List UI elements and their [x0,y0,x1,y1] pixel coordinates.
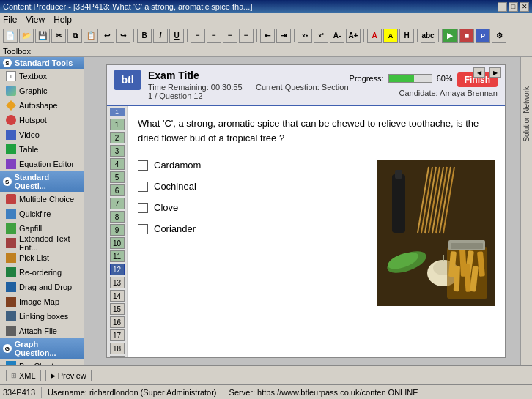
q-btn-4[interactable]: 4 [110,158,125,170]
q-btn-15[interactable]: 15 [110,303,125,315]
color-button[interactable]: A [367,29,382,43]
indent-button[interactable]: ⇥ [276,29,291,43]
font-up-button[interactable]: A+ [346,29,361,43]
align-center-button[interactable]: ≡ [207,29,221,43]
new-button[interactable]: 📄 [3,29,18,43]
q-btn-1[interactable]: 1 [110,119,125,130]
q-btn-6[interactable]: 6 [110,184,125,196]
sidebar-item-reorder-label: Re-ordering [19,268,62,277]
sidebar-item-imagemap[interactable]: Image Map [0,294,84,309]
sidebar-item-graphic-label: Graphic [19,86,48,95]
preview-label: Preview [58,371,86,380]
q-btn-14[interactable]: 14 [110,290,125,302]
bold-button[interactable]: B [137,29,152,43]
status-sep2 [223,387,223,398]
italic-button[interactable]: I [153,29,168,43]
save-button[interactable]: 💾 [35,29,50,43]
sidebar-item-bar[interactable]: Bar Chart [0,359,84,365]
q-btn-2[interactable]: 2 [110,132,125,143]
equation-icon [6,159,16,169]
section-1-nav: 1 1 2 3 4 5 6 7 8 9 10 11 12 13 14 15 16 [107,106,127,357]
font-down-button[interactable]: A- [330,29,344,43]
sidebar-item-quickfire[interactable]: Quickfire [0,206,84,221]
sidebar-item-mc-label: Multiple Choice [19,195,74,204]
sidebar-item-dnd[interactable]: Drag and Drop [0,280,84,294]
minimize-button[interactable]: – [498,2,507,12]
q-btn-7[interactable]: 7 [110,198,125,209]
svg-rect-1 [392,174,405,233]
q-btn-8[interactable]: 8 [110,211,125,223]
option-cardamom-checkbox[interactable] [138,160,148,171]
sidebar-item-video-label: Video [19,130,40,139]
option-coriander-checkbox[interactable] [138,224,148,234]
mc-icon [6,194,16,204]
sidebar-item-autoshape[interactable]: Autoshape [0,98,84,113]
preview-button[interactable]: ▶ Preview [45,370,92,381]
status-bar: 334P413 Username: richardlondon (Super A… [0,384,532,399]
sidebar-item-table-label: Table [19,145,38,154]
sidebar-item-ext[interactable]: Extended Text Ent... [0,236,84,250]
bar-icon [6,361,16,365]
q-btn-19[interactable]: 19 [110,356,125,357]
sidebar-item-reorder[interactable]: Re-ordering [0,265,84,280]
menu-file[interactable]: File [3,15,17,25]
close-button[interactable]: ✕ [520,2,529,12]
sidebar-item-table[interactable]: Table [0,142,84,157]
spell-button[interactable]: abc [421,29,435,43]
menu-help[interactable]: Help [53,15,72,25]
standard-questions-label: Standard Questi... [15,173,81,190]
sidebar-item-hotspot[interactable]: Hotspot [0,113,84,127]
svg-rect-21 [454,266,460,291]
undo-button[interactable]: ↩ [100,29,114,43]
q-btn-13[interactable]: 13 [110,277,125,288]
sidebar-item-linking[interactable]: Linking boxes [0,309,84,324]
sidebar-item-graphic[interactable]: Graphic [0,83,84,98]
q-btn-3[interactable]: 3 [110,145,125,157]
cut-button[interactable]: ✂ [51,29,66,43]
pick-icon [6,253,16,263]
sidebar-item-gapfill[interactable]: Gapfill [0,221,84,236]
outdent-button[interactable]: ⇤ [260,29,275,43]
publish-button[interactable]: P [476,29,490,43]
standard-questions-header: S Standard Questi... [0,171,84,192]
justify-button[interactable]: ≡ [239,29,254,43]
option-clove-checkbox[interactable] [138,203,148,213]
q-btn-18[interactable]: 18 [110,343,125,354]
q-btn-17[interactable]: 17 [110,329,125,341]
sidebar-item-attach[interactable]: Attach File [0,324,84,338]
menu-view[interactable]: View [26,15,45,25]
open-button[interactable]: 📂 [19,29,34,43]
autoshape-icon [6,100,16,111]
q-btn-11[interactable]: 11 [110,250,125,262]
sidebar-item-equation[interactable]: Equation Editor [0,157,84,171]
sup-button[interactable]: x² [314,29,328,43]
sidebar-item-video[interactable]: Video [0,127,84,142]
highlight-button[interactable]: H [399,29,414,43]
q-btn-16[interactable]: 16 [110,316,125,328]
q-btn-12[interactable]: 12 [110,264,125,275]
option-cochineal-checkbox[interactable] [138,182,148,192]
redo-button[interactable]: ↪ [116,29,130,43]
q-btn-10[interactable]: 10 [110,237,125,249]
dnd-icon [6,282,16,292]
q-btn-9[interactable]: 9 [110,224,125,236]
align-left-button[interactable]: ≡ [191,29,205,43]
settings-button[interactable]: ⚙ [492,29,506,43]
xml-button[interactable]: ⊞ XML [6,370,41,381]
align-right-button[interactable]: ≡ [223,29,237,43]
sub-button[interactable]: x₂ [298,29,312,43]
copy-button[interactable]: ⧉ [67,29,82,43]
underline-button[interactable]: U [169,29,184,43]
scroll-left-arrow[interactable]: ◀ [473,67,485,78]
stop-button[interactable]: ■ [459,29,474,43]
maximize-button[interactable]: □ [509,2,518,12]
sidebar-item-mc[interactable]: Multiple Choice [0,192,84,206]
q-btn-5[interactable]: 5 [110,171,125,183]
bg-color-button[interactable]: A [383,29,398,43]
sidebar-item-picklist[interactable]: Pick List [0,250,84,265]
paste-button[interactable]: 📋 [84,29,98,43]
sidebar-item-textbox[interactable]: T Textbox [0,69,84,83]
preview-icon: ▶ [51,372,56,379]
preview-btn2[interactable]: ▶ [442,29,458,43]
scroll-right-arrow[interactable]: ▶ [489,67,501,78]
